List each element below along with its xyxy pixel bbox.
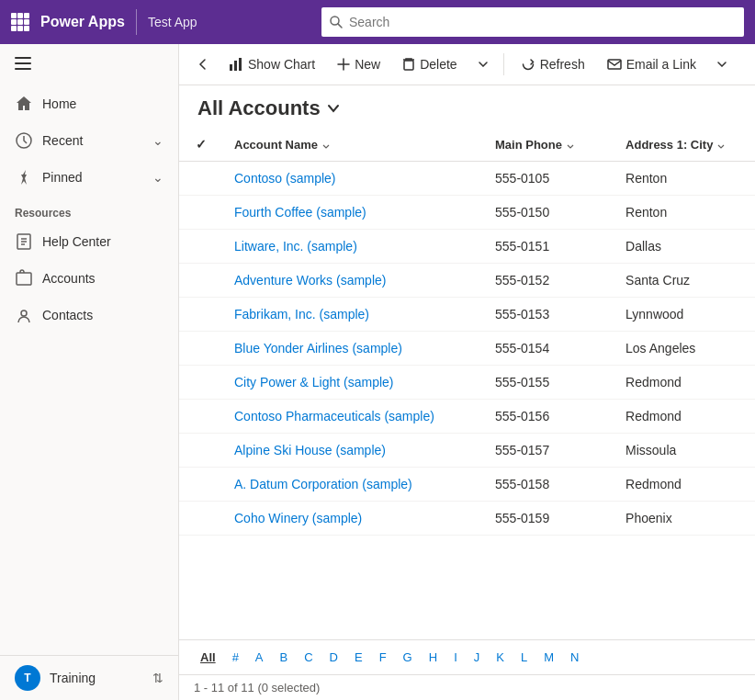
- table-row[interactable]: Coho Winery (sample) 555-0159 Phoenix: [179, 502, 755, 536]
- pagination-letter-J[interactable]: J: [468, 648, 487, 667]
- table-row[interactable]: Fourth Coffee (sample) 555-0150 Renton: [179, 196, 755, 230]
- delete-label: Delete: [420, 57, 456, 72]
- row-account-name[interactable]: Litware, Inc. (sample): [223, 230, 484, 264]
- resources-section-label: Resources: [0, 196, 178, 223]
- app-title: Power Apps: [40, 14, 125, 30]
- search-input[interactable]: [349, 15, 737, 29]
- account-name-column-header[interactable]: Account Name: [223, 128, 484, 162]
- sort-icon: [321, 140, 331, 149]
- row-phone: 555-0151: [484, 230, 614, 264]
- delete-button[interactable]: Delete: [393, 51, 466, 77]
- row-account-name[interactable]: Fabrikam, Inc. (sample): [223, 298, 484, 332]
- svg-line-1: [338, 24, 342, 28]
- email-dropdown-button[interactable]: [709, 51, 735, 77]
- table-row[interactable]: Contoso Pharmaceuticals (sample) 555-015…: [179, 400, 755, 434]
- top-bar: Power Apps Test App: [0, 0, 755, 44]
- pagination-letter-L[interactable]: L: [514, 648, 534, 667]
- row-city: Los Angeles: [614, 332, 755, 366]
- sort-city-icon: [716, 140, 726, 149]
- row-phone: 555-0105: [484, 162, 614, 196]
- sidebar-item-help-center[interactable]: Help Center: [0, 223, 178, 260]
- row-account-name[interactable]: Coho Winery (sample): [223, 502, 484, 536]
- pagination-letter-M[interactable]: M: [537, 648, 560, 667]
- svg-rect-12: [230, 64, 232, 71]
- row-checkbox[interactable]: [179, 502, 223, 536]
- test-app-label[interactable]: Test App: [148, 15, 197, 29]
- table-row[interactable]: A. Datum Corporation (sample) 555-0158 R…: [179, 468, 755, 502]
- row-phone: 555-0158: [484, 468, 614, 502]
- row-account-name[interactable]: Contoso (sample): [223, 162, 484, 196]
- row-account-name[interactable]: Adventure Works (sample): [223, 264, 484, 298]
- row-city: Lynnwood: [614, 298, 755, 332]
- sidebar-item-accounts[interactable]: Accounts: [0, 260, 178, 297]
- check-column-header[interactable]: ✓: [179, 128, 223, 162]
- pagination-letter-#[interactable]: #: [226, 648, 245, 667]
- sidebar-item-recent[interactable]: Recent ⌄: [0, 122, 178, 159]
- accounts-icon: [15, 269, 33, 288]
- search-box[interactable]: [321, 7, 744, 37]
- row-city: Redmond: [614, 366, 755, 400]
- row-city: Phoenix: [614, 502, 755, 536]
- pagination-letter-I[interactable]: I: [447, 648, 464, 667]
- row-account-name[interactable]: Fourth Coffee (sample): [223, 196, 484, 230]
- pagination-letter-G[interactable]: G: [397, 648, 419, 667]
- table-row[interactable]: Blue Yonder Airlines (sample) 555-0154 L…: [179, 332, 755, 366]
- pagination-letter-B[interactable]: B: [274, 648, 295, 667]
- pagination-letter-K[interactable]: K: [490, 648, 511, 667]
- table-row[interactable]: City Power & Light (sample) 555-0155 Red…: [179, 366, 755, 400]
- row-city: Redmond: [614, 468, 755, 502]
- footer-expand-icon[interactable]: ⇅: [152, 671, 163, 685]
- avatar: T: [15, 665, 40, 691]
- row-city: Dallas: [614, 230, 755, 264]
- row-account-name[interactable]: City Power & Light (sample): [223, 366, 484, 400]
- row-checkbox[interactable]: [179, 162, 223, 196]
- table-row[interactable]: Alpine Ski House (sample) 555-0157 Misso…: [179, 434, 755, 468]
- row-checkbox[interactable]: [179, 332, 223, 366]
- row-checkbox[interactable]: [179, 298, 223, 332]
- table-row[interactable]: Litware, Inc. (sample) 555-0151 Dallas: [179, 230, 755, 264]
- pin-icon: [15, 168, 33, 186]
- hamburger-button[interactable]: [0, 44, 178, 85]
- pagination-letter-N[interactable]: N: [564, 648, 585, 667]
- refresh-button[interactable]: Refresh: [512, 51, 594, 77]
- sidebar-footer[interactable]: T Training ⇅: [0, 655, 178, 700]
- pinned-expand-icon[interactable]: ⌄: [152, 170, 163, 185]
- pagination-letter-C[interactable]: C: [298, 648, 319, 667]
- pagination-letter-E[interactable]: E: [348, 648, 369, 667]
- show-chart-button[interactable]: Show Chart: [220, 51, 324, 77]
- row-checkbox[interactable]: [179, 264, 223, 298]
- row-account-name[interactable]: Alpine Ski House (sample): [223, 434, 484, 468]
- view-dropdown-icon[interactable]: [326, 101, 341, 116]
- row-checkbox[interactable]: [179, 230, 223, 264]
- table-row[interactable]: Adventure Works (sample) 555-0152 Santa …: [179, 264, 755, 298]
- pagination-letter-F[interactable]: F: [373, 648, 393, 667]
- back-button[interactable]: [190, 51, 216, 77]
- recent-expand-icon[interactable]: ⌄: [152, 133, 163, 148]
- pagination-letter-H[interactable]: H: [423, 648, 444, 667]
- new-button[interactable]: New: [328, 51, 389, 77]
- city-column-header[interactable]: Address 1: City: [614, 128, 755, 162]
- table-row[interactable]: Contoso (sample) 555-0105 Renton: [179, 162, 755, 196]
- email-link-button[interactable]: Email a Link: [598, 51, 705, 77]
- pagination-letter-D[interactable]: D: [323, 648, 344, 667]
- pagination-letter-All[interactable]: All: [194, 648, 222, 667]
- pagination-letter-A[interactable]: A: [249, 648, 270, 667]
- row-account-name[interactable]: A. Datum Corporation (sample): [223, 468, 484, 502]
- row-account-name[interactable]: Blue Yonder Airlines (sample): [223, 332, 484, 366]
- row-checkbox[interactable]: [179, 468, 223, 502]
- clock-icon: [15, 131, 33, 150]
- main-phone-column-header[interactable]: Main Phone: [484, 128, 614, 162]
- sidebar-item-contacts[interactable]: Contacts: [0, 297, 178, 333]
- delete-dropdown-button[interactable]: [470, 51, 496, 77]
- main-layout: Home Recent ⌄ Pinned ⌄ Resources: [0, 44, 755, 700]
- row-checkbox[interactable]: [179, 434, 223, 468]
- row-checkbox[interactable]: [179, 400, 223, 434]
- row-checkbox[interactable]: [179, 196, 223, 230]
- row-phone: 555-0152: [484, 264, 614, 298]
- row-account-name[interactable]: Contoso Pharmaceuticals (sample): [223, 400, 484, 434]
- grid-icon[interactable]: [11, 13, 29, 31]
- sidebar-item-pinned[interactable]: Pinned ⌄: [0, 159, 178, 196]
- sidebar-item-home[interactable]: Home: [0, 85, 178, 122]
- row-checkbox[interactable]: [179, 366, 223, 400]
- table-row[interactable]: Fabrikam, Inc. (sample) 555-0153 Lynnwoo…: [179, 298, 755, 332]
